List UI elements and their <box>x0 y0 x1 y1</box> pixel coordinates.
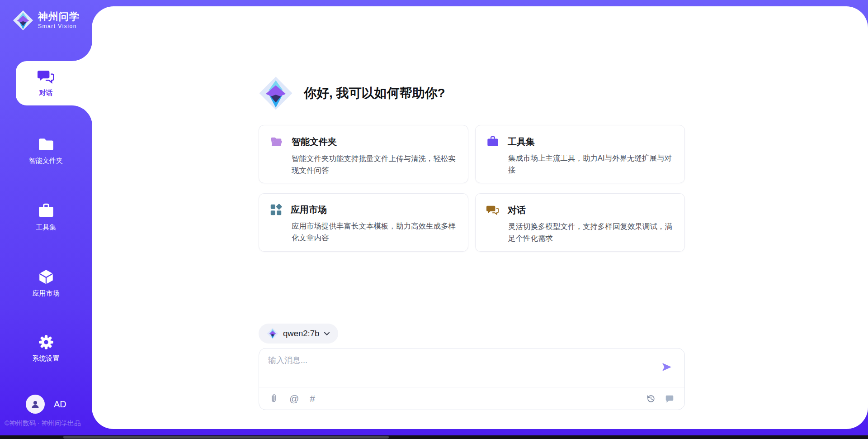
feature-cards: 智能文件夹 智能文件夹功能支持批量文件上传与清洗，轻松实现文件问答 工具集 集成… <box>259 125 685 252</box>
conversations-button[interactable] <box>665 394 675 404</box>
card-description: 灵活切换多模型文件，支持多样回复效果调试，满足个性化需求 <box>508 221 679 244</box>
message-input[interactable] <box>268 355 657 382</box>
brand-name: 神州问学 <box>38 11 80 22</box>
sidebar-item-settings[interactable]: 系统设置 <box>0 334 92 363</box>
grid-icon <box>270 204 282 216</box>
brand: 神州问学 Smart Vision <box>13 10 80 31</box>
history-button[interactable] <box>646 394 656 404</box>
attachment-button[interactable] <box>269 394 278 404</box>
chevron-down-icon <box>324 332 330 336</box>
model-logo-icon <box>267 328 278 339</box>
message-composer: @ # <box>259 348 685 410</box>
person-icon <box>30 399 41 410</box>
horizontal-scrollbar[interactable] <box>63 436 389 439</box>
sidebar-item-label: 智能文件夹 <box>29 157 63 165</box>
card-chat[interactable]: 对话 灵活切换多模型文件，支持多样回复效果调试，满足个性化需求 <box>475 193 685 252</box>
card-title: 对话 <box>508 204 526 216</box>
gear-icon <box>38 334 55 351</box>
sidebar-item-toolbox[interactable]: 工具集 <box>0 202 92 232</box>
brand-subtitle: Smart Vision <box>38 23 80 29</box>
card-toolbox[interactable]: 工具集 集成市场上主流工具，助力AI与外界无缝扩展与对接 <box>475 125 685 183</box>
sidebar-item-chat[interactable]: 对话 <box>0 68 92 97</box>
avatar <box>26 395 45 414</box>
brand-logo-icon <box>13 10 33 31</box>
sidebar-item-smart-folder[interactable]: 智能文件夹 <box>0 136 92 165</box>
main-content: 你好, 我可以如何帮助你? 智能文件夹 智能文件夹功能支持批量文件上传与清洗，轻… <box>92 6 868 429</box>
chat-icon <box>38 68 55 85</box>
chat-bubble-icon <box>665 394 675 404</box>
history-icon <box>646 394 656 404</box>
toolbox-icon <box>38 202 55 220</box>
toolbox-icon <box>486 135 499 148</box>
greeting-block: 你好, 我可以如何帮助你? <box>259 76 445 110</box>
card-description: 集成市场上主流工具，助力AI与外界无缝扩展与对接 <box>508 153 679 176</box>
card-app-market[interactable]: 应用市场 应用市场提供丰富长文本模板，助力高效生成多样化文章内容 <box>259 193 468 252</box>
model-selector[interactable]: qwen2:7b <box>259 324 338 344</box>
assistant-logo-icon <box>259 76 293 110</box>
sidebar-item-app-market[interactable]: 应用市场 <box>0 268 92 298</box>
sidebar-item-label: 应用市场 <box>33 289 60 298</box>
folder-open-icon <box>270 135 283 148</box>
folder-icon <box>38 136 55 153</box>
card-title: 应用市场 <box>291 204 327 216</box>
topic-button[interactable]: # <box>310 394 315 403</box>
sidebar: 神州问学 Smart Vision 对话 智能文件夹 工具集 应用市场 <box>0 0 92 439</box>
card-description: 智能文件夹功能支持批量文件上传与清洗，轻松实现文件问答 <box>292 153 462 176</box>
sidebar-item-label: 系统设置 <box>33 354 60 363</box>
model-name: qwen2:7b <box>283 329 319 339</box>
sidebar-item-label: 工具集 <box>36 223 56 232</box>
send-icon[interactable] <box>661 361 673 373</box>
at-icon: @ <box>289 394 299 403</box>
card-smart-folder[interactable]: 智能文件夹 智能文件夹功能支持批量文件上传与清洗，轻松实现文件问答 <box>259 125 468 183</box>
card-title: 智能文件夹 <box>292 136 337 148</box>
user-name: AD <box>54 399 66 410</box>
hash-icon: # <box>310 394 315 403</box>
copyright-text: ©神州数码 · 神州问学出品 <box>5 419 92 428</box>
greeting-title: 你好, 我可以如何帮助你? <box>304 85 445 102</box>
sidebar-item-label: 对话 <box>39 89 53 97</box>
mention-button[interactable]: @ <box>289 394 299 403</box>
card-title: 工具集 <box>508 136 535 148</box>
paperclip-icon <box>269 394 278 404</box>
chat-icon <box>486 204 499 216</box>
card-description: 应用市场提供丰富长文本模板，助力高效生成多样化文章内容 <box>292 220 462 243</box>
bottom-edge-bar <box>0 435 868 439</box>
cube-icon <box>38 268 55 286</box>
user-account[interactable]: AD <box>26 395 66 414</box>
